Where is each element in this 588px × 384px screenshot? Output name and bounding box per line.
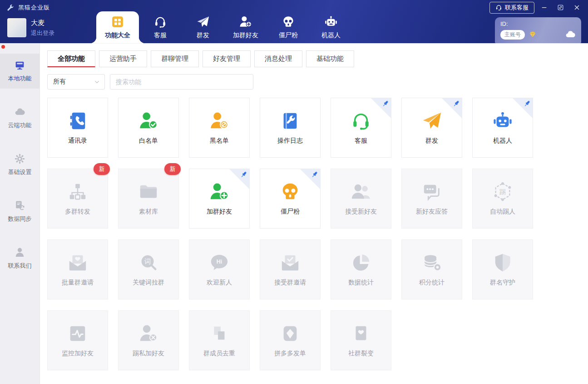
- logout-link[interactable]: 退出登录: [31, 29, 54, 37]
- feature-card-label: 欢迎新人: [207, 279, 232, 287]
- sidebar-item-label: 云端功能: [8, 121, 32, 130]
- tab-basic[interactable]: 基础功能: [306, 50, 354, 67]
- sidebar-contact-us[interactable]: 联系我们: [0, 241, 40, 276]
- feature-community-fission[interactable]: 社群裂变: [331, 310, 391, 370]
- sidebar-item-label: 联系我们: [8, 262, 32, 270]
- sidebar-basic-settings[interactable]: 基础设置: [0, 147, 40, 182]
- nav-robot[interactable]: 机器人: [310, 11, 352, 43]
- feature-card-label: 群成员去重: [203, 349, 235, 358]
- tab-friend-manage[interactable]: 好友管理: [203, 50, 251, 67]
- feature-card-label: 群发: [425, 137, 438, 145]
- hex-kick-icon: [492, 181, 513, 202]
- feature-welcome-newcomer[interactable]: 欢迎新人: [189, 239, 250, 299]
- feature-mass-send[interactable]: 群发: [401, 98, 462, 158]
- feature-keyword-pull-group[interactable]: 关键词拉群: [118, 239, 179, 299]
- feature-auto-kick[interactable]: 自动踢人: [472, 169, 533, 229]
- sidebar-local-features[interactable]: 本地功能: [0, 54, 40, 89]
- shield-icon: [492, 252, 513, 273]
- monitor-pulse-icon: [67, 323, 88, 344]
- feature-add-group-friends[interactable]: 加群好友: [189, 169, 250, 229]
- account-id-label: ID:: [500, 20, 576, 27]
- person-plus-icon: [239, 15, 252, 29]
- feature-blacklist[interactable]: 黑名单: [189, 98, 250, 158]
- feature-monitor-add-friend[interactable]: 监控加好友: [47, 310, 108, 370]
- feature-card-label: 机器人: [493, 137, 512, 145]
- keyword-icon: [138, 252, 159, 273]
- tab-group-manage[interactable]: 群聊管理: [151, 50, 199, 67]
- category-select[interactable]: 所有: [47, 74, 105, 90]
- flowchart-icon: [67, 181, 88, 202]
- wrench-logo-icon: [6, 4, 15, 12]
- feature-material-library[interactable]: 新 素材库: [118, 169, 179, 229]
- nav-zombie-fans[interactable]: 僵尸粉: [267, 11, 310, 43]
- nav-customer-service[interactable]: 客服: [139, 11, 182, 43]
- feature-card-label: 监控加好友: [62, 349, 94, 358]
- sidebar-data-sync[interactable]: 数据同步: [0, 194, 40, 229]
- search-input[interactable]: [110, 74, 253, 90]
- feature-zombie-fans[interactable]: 僵尸粉: [260, 169, 321, 229]
- feature-card-label: 僵尸粉: [281, 208, 300, 216]
- people-icon: [351, 181, 371, 202]
- sidebar-item-label: 本地功能: [8, 75, 32, 83]
- cloud-sync-button[interactable]: [565, 29, 576, 40]
- user-name: 大麦: [31, 19, 54, 27]
- nav-features[interactable]: 功能大全: [96, 11, 139, 43]
- feature-card-label: 通讯录: [68, 137, 87, 145]
- sidebar-cloud-features[interactable]: 云端功能: [0, 100, 40, 135]
- mail-heart-icon: [67, 252, 88, 273]
- close-button[interactable]: [573, 3, 583, 13]
- maximize-button[interactable]: [557, 3, 567, 13]
- feature-card-label: 接受群邀请: [274, 279, 306, 287]
- main-area: 本地功能 云端功能 基础设置 数据同步: [0, 43, 588, 384]
- feature-batch-group-invite[interactable]: 批量群邀请: [47, 239, 108, 299]
- feature-customer-service[interactable]: 客服: [331, 98, 391, 158]
- tab-ops-assistant[interactable]: 运营助手: [99, 50, 147, 67]
- feature-card-label: 社群裂变: [348, 349, 374, 358]
- new-badge: 新: [94, 163, 110, 175]
- feature-robot[interactable]: 机器人: [472, 98, 533, 158]
- tab-message-handle[interactable]: 消息处理: [254, 50, 302, 67]
- nav-mass-send[interactable]: 群发: [182, 11, 224, 43]
- feature-whitelist[interactable]: 白名单: [118, 98, 179, 158]
- pdd-icon: [280, 323, 301, 344]
- minimize-button[interactable]: [541, 3, 551, 13]
- feature-card-label: 操作日志: [277, 137, 303, 145]
- person-plus-icon: [209, 181, 230, 202]
- content: 全部功能 运营助手 群聊管理 好友管理 消息处理 基础功能 所有: [40, 43, 588, 384]
- nav-item-label: 加群好友: [233, 31, 258, 40]
- feature-multi-group-forward[interactable]: 新 多群转发: [47, 169, 108, 229]
- feature-card-label: 接受新好友: [345, 208, 377, 216]
- window-controls: 联系客服: [489, 2, 583, 14]
- feature-card-label: 客服: [355, 137, 367, 145]
- feature-pdd-send-order[interactable]: 拼多多发单: [260, 310, 321, 370]
- nav-item-label: 机器人: [321, 31, 341, 40]
- headset-icon: [153, 15, 167, 29]
- grid-icon: [111, 15, 124, 29]
- feature-points-statistics[interactable]: 积分统计: [401, 239, 462, 299]
- feature-group-name-guard[interactable]: 群名守护: [472, 239, 533, 299]
- feature-group-member-dedup[interactable]: 群成员去重: [189, 310, 250, 370]
- avatar[interactable]: [7, 18, 26, 37]
- category-select-value: 所有: [53, 78, 66, 86]
- coins-icon: [421, 252, 442, 273]
- feature-accept-new-friends[interactable]: 接受新好友: [331, 169, 391, 229]
- pin-icon: [523, 100, 531, 108]
- nav-item-label: 客服: [154, 31, 167, 40]
- feature-accept-group-invite[interactable]: 接受群邀请: [260, 239, 321, 299]
- pie-icon: [351, 252, 371, 273]
- skull-icon: [280, 181, 301, 202]
- feature-card-label: 数据统计: [348, 279, 374, 287]
- nav-item-label: 功能大全: [105, 31, 130, 40]
- feature-contacts[interactable]: 通讯录: [47, 98, 108, 158]
- tab-all[interactable]: 全部功能: [47, 50, 95, 67]
- user-box: 大麦 退出登录: [7, 18, 54, 37]
- contact-support-button[interactable]: 联系客服: [489, 2, 534, 14]
- feature-kick-private-add[interactable]: 踢私加好友: [118, 310, 179, 370]
- feature-new-friend-reply[interactable]: 新好友应答: [401, 169, 462, 229]
- nav-add-group-friends[interactable]: 加群好友: [224, 11, 267, 43]
- feature-operation-log[interactable]: 操作日志: [260, 98, 321, 158]
- fission-icon: [351, 323, 371, 344]
- contact-support-label: 联系客服: [505, 4, 529, 12]
- main-nav: 功能大全 客服 群发 加群好友: [96, 11, 352, 43]
- feature-data-statistics[interactable]: 数据统计: [331, 239, 391, 299]
